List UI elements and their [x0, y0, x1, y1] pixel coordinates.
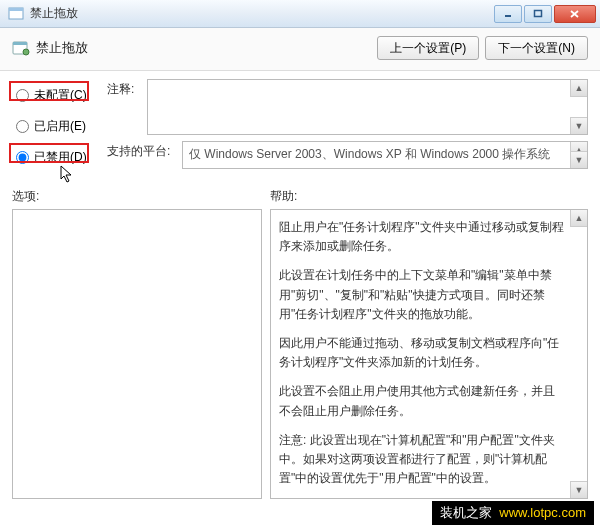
help-label: 帮助: [270, 188, 588, 205]
help-text: 注意: 此设置出现在"计算机配置"和"用户配置"文件夹中。如果对这两项设置都进行… [279, 431, 565, 489]
radio-disabled-label: 已禁用(D) [34, 149, 87, 166]
app-icon [8, 6, 24, 22]
radio-disabled[interactable]: 已禁用(D) [12, 147, 107, 168]
help-panel: 阻止用户在"任务计划程序"文件夹中通过移动或复制程序来添加或删除任务。 此设置在… [270, 209, 588, 499]
scroll-down-button[interactable]: ▼ [570, 151, 587, 168]
comment-textarea[interactable]: ▲ ▼ [147, 79, 588, 135]
page-title: 禁止拖放 [36, 39, 371, 57]
scroll-down-button[interactable]: ▼ [570, 481, 587, 498]
supported-platform-value: 仅 Windows Server 2003、Windows XP 和 Windo… [182, 141, 588, 169]
svg-rect-7 [13, 42, 27, 45]
options-panel [12, 209, 262, 499]
radio-not-configured[interactable]: 未配置(C) [12, 85, 107, 106]
minimize-button[interactable] [494, 5, 522, 23]
previous-setting-button[interactable]: 上一个设置(P) [377, 36, 479, 60]
window-title: 禁止拖放 [30, 5, 494, 22]
radio-enabled-label: 已启用(E) [34, 118, 86, 135]
svg-rect-1 [9, 8, 23, 11]
maximize-button[interactable] [524, 5, 552, 23]
policy-icon [12, 39, 30, 57]
help-text: 此设置在计划任务中的上下文菜单和"编辑"菜单中禁用"剪切"、"复制"和"粘贴"快… [279, 266, 565, 324]
watermark: 装机之家 www.lotpc.com [432, 501, 594, 525]
radio-enabled[interactable]: 已启用(E) [12, 116, 107, 137]
cursor-icon [60, 165, 74, 183]
comment-label: 注释: [107, 79, 147, 98]
scroll-up-button[interactable]: ▲ [570, 80, 587, 97]
scroll-up-button[interactable]: ▲ [570, 210, 587, 227]
svg-rect-3 [535, 10, 542, 16]
supported-platform-label: 支持的平台: [107, 141, 182, 160]
watermark-url: www.lotpc.com [499, 505, 586, 520]
close-button[interactable] [554, 5, 596, 23]
radio-enabled-input[interactable] [16, 120, 29, 133]
radio-disabled-input[interactable] [16, 151, 29, 164]
scroll-down-button[interactable]: ▼ [570, 117, 587, 134]
radio-not-configured-input[interactable] [16, 89, 29, 102]
options-label: 选项: [12, 188, 262, 205]
help-text: 阻止用户在"任务计划程序"文件夹中通过移动或复制程序来添加或删除任务。 [279, 218, 565, 256]
svg-point-8 [23, 49, 29, 55]
help-text: 因此用户不能通过拖动、移动或复制文档或程序向"任务计划程序"文件夹添加新的计划任… [279, 334, 565, 372]
help-text: 此设置不会阻止用户使用其他方式创建新任务，并且不会阻止用户删除任务。 [279, 382, 565, 420]
radio-not-configured-label: 未配置(C) [34, 87, 87, 104]
next-setting-button[interactable]: 下一个设置(N) [485, 36, 588, 60]
watermark-text: 装机之家 [440, 505, 492, 520]
